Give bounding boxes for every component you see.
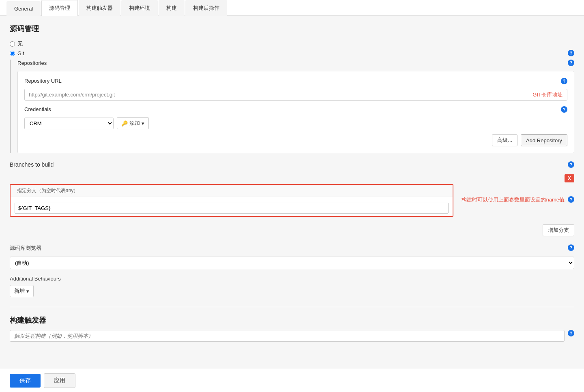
add-dropdown-icon: ▾	[142, 120, 144, 126]
radio-git-label[interactable]: Git ?	[10, 50, 574, 56]
credentials-row: CRM 无 - 匿名 🔑 添加 ▾	[24, 117, 567, 129]
tab-build-trigger[interactable]: 构建触发器	[79, 0, 120, 16]
git-help-icon[interactable]: ?	[568, 50, 574, 56]
branch-label: 指定分支（为空时代表any）	[15, 186, 81, 195]
credentials-label: Credentials	[24, 106, 51, 112]
key-icon: 🔑	[121, 120, 128, 126]
branch-input[interactable]	[15, 203, 449, 214]
repository-card: Repository URL ? GIT仓库地址 Credentials ? C…	[17, 71, 574, 153]
trigger-input[interactable]	[10, 330, 565, 342]
branch-delete-row: X	[10, 174, 574, 182]
repositories-header: Repositories ?	[17, 60, 574, 66]
credentials-help-icon[interactable]: ?	[561, 106, 567, 113]
tab-bar: General 源码管理 构建触发器 构建环境 构建 构建后操作	[0, 0, 584, 16]
new-dropdown-icon: ▾	[26, 288, 29, 294]
tab-build[interactable]: 构建	[159, 0, 185, 16]
git-label: Git	[17, 50, 24, 56]
none-label: 无	[17, 40, 23, 47]
scm-radio-group: 无 Git ?	[10, 40, 574, 56]
add-branch-row: 增加分支	[10, 224, 574, 236]
repository-url-label: Repository URL	[24, 78, 62, 84]
repo-action-row: 高级... Add Repository	[24, 134, 567, 146]
page-title: 源码管理	[10, 24, 574, 34]
repositories-section: Repositories ? Repository URL ? GIT仓库地址 …	[10, 60, 574, 153]
radio-none[interactable]	[10, 41, 15, 47]
branches-help-icon[interactable]: ?	[568, 161, 574, 168]
add-button-label: 添加	[129, 120, 140, 127]
radio-git[interactable]	[10, 51, 15, 56]
branch-annotation: 构建时可以使用上面参数里面设置的name值	[462, 196, 565, 203]
repo-browser-help-icon[interactable]: ?	[568, 244, 574, 251]
repositories-label: Repositories	[17, 60, 47, 66]
main-content: 源码管理 无 Git ? Repositories ? Repository U…	[0, 16, 584, 381]
repository-url-help-icon[interactable]: ?	[561, 78, 567, 84]
repo-browser-section: 源码库浏览器 ? (自动)	[10, 244, 574, 269]
credentials-add-button[interactable]: 🔑 添加 ▾	[117, 117, 149, 129]
branches-section: Branches to build ? X 指定分支（为空时代表any） 构建时…	[10, 161, 574, 236]
credentials-select[interactable]: CRM 无 - 匿名	[24, 118, 114, 129]
additional-behaviours-section: Additional Behaviours 新增 ▾	[10, 276, 574, 297]
save-button[interactable]: 保存	[10, 374, 41, 381]
branch-row: 指定分支（为空时代表any）	[10, 184, 453, 217]
radio-none-label[interactable]: 无	[10, 40, 574, 47]
tab-post-build[interactable]: 构建后操作	[185, 0, 227, 16]
build-trigger-title: 构建触发器	[10, 315, 574, 325]
build-trigger-section: 构建触发器 ?	[10, 315, 574, 342]
section-divider	[10, 307, 574, 307]
apply-button[interactable]: 应用	[44, 373, 75, 381]
repo-browser-select[interactable]: (自动)	[10, 257, 574, 269]
credentials-group: Credentials ? CRM 无 - 匿名 🔑 添加 ▾	[24, 106, 567, 129]
branch-row-container: 指定分支（为空时代表any） 构建时可以使用上面参数里面设置的name值 ?	[10, 184, 574, 220]
repository-url-group: Repository URL ? GIT仓库地址	[24, 78, 567, 101]
repository-url-input[interactable]	[24, 89, 567, 101]
trigger-input-row	[10, 330, 565, 342]
repo-browser-label: 源码库浏览器	[10, 244, 41, 252]
branches-section-label: Branches to build	[10, 161, 54, 168]
tab-build-env[interactable]: 构建环境	[121, 0, 158, 16]
add-repository-button[interactable]: Add Repository	[521, 134, 567, 146]
new-behaviour-button[interactable]: 新增 ▾	[10, 285, 34, 297]
repositories-help-icon[interactable]: ?	[568, 60, 574, 66]
branch-row-help-icon[interactable]: ?	[568, 196, 574, 203]
build-trigger-row: ?	[10, 330, 574, 342]
additional-behaviours-label: Additional Behaviours	[10, 276, 574, 282]
branch-delete-button[interactable]: X	[565, 174, 574, 182]
bottom-bar: 保存 应用	[0, 369, 584, 381]
trigger-help-icon[interactable]: ?	[568, 330, 574, 336]
tab-source-management[interactable]: 源码管理	[41, 0, 78, 16]
advanced-button[interactable]: 高级...	[492, 134, 517, 146]
tab-general[interactable]: General	[6, 1, 41, 16]
new-button-label: 新增	[14, 287, 25, 295]
add-branch-button[interactable]: 增加分支	[543, 224, 574, 236]
